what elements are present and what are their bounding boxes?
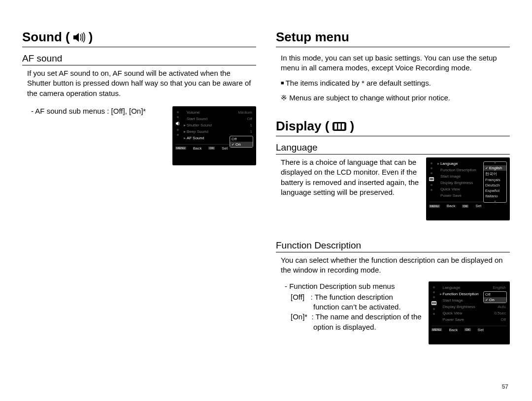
svg-rect-11 xyxy=(435,302,436,304)
af-sound-paragraph: If you set AF sound to on, AF sound will… xyxy=(22,68,256,98)
lcd-screenshot-language: ▸Language Function Description Start Ima… xyxy=(426,157,510,220)
setup-title: Setup menu xyxy=(276,30,510,45)
svg-rect-2 xyxy=(338,123,341,129)
lcd-side-icons xyxy=(432,284,437,323)
svg-rect-5 xyxy=(430,178,431,181)
display-title: Display ( ) xyxy=(276,119,510,134)
function-description-paragraph: You can select whether the function desc… xyxy=(276,255,510,276)
lcd-menu-table: LanguageEnglish ▸Function Description St… xyxy=(439,284,507,323)
fd-on-a: [On]* : The name and description of the xyxy=(291,312,422,322)
lcd-footer: MENUBack OKSet xyxy=(432,326,507,332)
function-description-heading: Function Description xyxy=(276,240,510,251)
sound-title: Sound ( ) xyxy=(22,30,256,45)
display-icon xyxy=(332,122,347,131)
af-sound-heading: AF sound xyxy=(22,53,256,64)
lcd-screenshot-af-sound: VolumeMedium Start SoundOff ▸Shutter Sou… xyxy=(172,106,256,165)
divider xyxy=(22,47,256,47)
page-number: 57 xyxy=(502,383,508,390)
lcd-dropdown: ⌃ English 한국어 Français Deutsch Español I… xyxy=(483,161,507,203)
language-heading: Language xyxy=(276,142,510,153)
function-description-submenus: - Function Description sub menus [Off] :… xyxy=(276,281,422,332)
right-column: Setup menu In this mode, you can set up … xyxy=(276,30,510,384)
setup-bullet-2: Menus are subject to change without prio… xyxy=(276,93,510,103)
af-submenu-line: - AF sound sub menus : [Off], [On]* xyxy=(22,106,166,116)
fd-on-b: option is displayed. xyxy=(313,322,422,332)
divider xyxy=(276,154,510,154)
divider xyxy=(276,252,510,252)
sound-title-close: ) xyxy=(89,30,93,45)
svg-rect-9 xyxy=(432,302,433,304)
lcd-screenshot-function-description: LanguageEnglish ▸Function Description St… xyxy=(429,281,510,344)
svg-rect-6 xyxy=(432,178,432,181)
divider xyxy=(276,47,510,47)
lcd-dropdown: Off On xyxy=(230,136,253,148)
lcd-side-icons xyxy=(175,109,181,141)
svg-rect-1 xyxy=(334,123,337,129)
divider xyxy=(276,136,510,136)
sound-title-text: Sound ( xyxy=(22,30,70,45)
fd-sub-intro: - Function Description sub menus xyxy=(285,281,422,291)
lcd-side-icons xyxy=(429,160,434,199)
speaker-icon xyxy=(73,32,86,43)
setup-paragraph: In this mode, you can set up basic setti… xyxy=(276,53,510,73)
divider xyxy=(22,65,256,65)
svg-rect-10 xyxy=(433,302,434,304)
left-column: Sound ( ) AF sound If you set AF sound t… xyxy=(22,30,256,384)
lcd-dropdown: Off On xyxy=(483,291,507,303)
svg-rect-3 xyxy=(342,123,344,129)
language-paragraph: There is a choice of language that can b… xyxy=(276,157,419,197)
display-title-pre: Display ( xyxy=(276,119,329,134)
display-icon xyxy=(429,177,434,181)
display-title-post: ) xyxy=(350,119,354,134)
setup-bullet-1: The items indicated by * are default set… xyxy=(276,78,510,88)
svg-rect-7 xyxy=(432,178,433,181)
fd-off-b: function can’t be activated. xyxy=(313,302,422,312)
display-icon xyxy=(432,301,436,305)
speaker-icon xyxy=(175,121,180,126)
fd-off-a: [Off] : The function description xyxy=(291,292,422,302)
